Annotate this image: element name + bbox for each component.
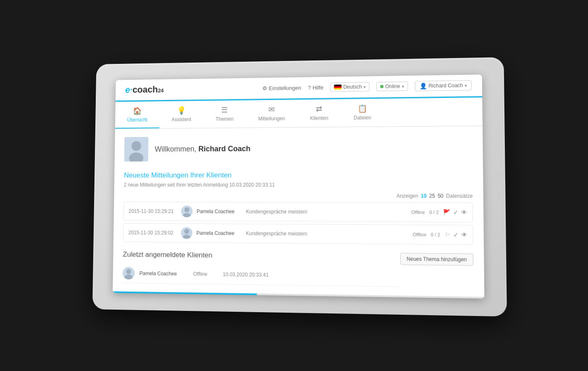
file-icon: 📋 xyxy=(358,104,367,113)
message-subject: Kundengespräche meistern xyxy=(246,208,407,215)
tab-ubersicht[interactable]: 🏠 Übersicht xyxy=(115,101,160,129)
welcome-greeting: Willkommen, xyxy=(155,145,198,153)
pagination-label: Anzeigen xyxy=(396,193,418,199)
main-content: Willkommen, Richard Coach Neueste Mittei… xyxy=(113,126,484,297)
device-frame: e·coach24 ⚙ Einstellungen ? Hilfe Deutsc… xyxy=(92,57,507,316)
themen-icon: ☰ xyxy=(221,105,228,114)
chevron-down-icon: ▾ xyxy=(364,84,366,89)
message-count: 0 / 2 xyxy=(431,232,440,237)
tab-assistent-label: Assistent xyxy=(171,116,191,122)
message-status: Offline xyxy=(411,209,425,214)
pagination-controls: Anzeigen 10 25 50 Datensätze xyxy=(123,192,472,199)
logo: e·coach24 xyxy=(125,84,164,95)
logo-e: e xyxy=(125,84,130,95)
mail-icon: ✉ xyxy=(268,105,275,114)
language-selector[interactable]: Deutsch ▾ xyxy=(330,82,370,92)
check-icon[interactable]: ✓ xyxy=(453,209,459,216)
pagination-10[interactable]: 10 xyxy=(421,193,427,199)
user-menu[interactable]: 👤 Richard Coach ▾ xyxy=(415,80,472,91)
message-timestamp: 2015-11-30 15:29:21 xyxy=(129,208,177,214)
user-icon: 👤 xyxy=(420,82,427,89)
tab-dateien-label: Dateien xyxy=(354,115,371,121)
logo-superscript: 24 xyxy=(158,87,164,94)
user-name-label: Richard Coach xyxy=(428,82,463,89)
client-status: Offline xyxy=(193,271,218,277)
tab-dateien[interactable]: 📋 Dateien xyxy=(341,98,384,126)
assistant-icon: 💡 xyxy=(177,106,186,115)
message-count: 0 / 2 xyxy=(429,210,438,215)
flag-de-icon xyxy=(334,84,341,89)
message-row: 2015-11-30 15:29:21 Pamela Coachee Kunde… xyxy=(123,202,473,222)
add-theme-button[interactable]: Neues Thema hinzufügen xyxy=(400,253,474,266)
eye-icon[interactable]: 👁 xyxy=(461,209,467,216)
eye-icon[interactable]: 👁 xyxy=(461,231,467,238)
message-subject: Kundengespräche meistern xyxy=(246,230,408,237)
online-dot-icon xyxy=(380,84,383,88)
message-avatar xyxy=(181,205,192,217)
help-nav-item[interactable]: ? Hilfe xyxy=(308,84,323,90)
message-actions: 🚩 ✓ 👁 xyxy=(443,209,467,216)
message-status: Offline xyxy=(413,232,427,237)
settings-label: Einstellungen xyxy=(269,84,301,91)
pagination-suffix: Datensätze xyxy=(446,193,473,199)
messages-section-subtitle: 2 neue Mitteilungen seit Ihrer letzten A… xyxy=(124,182,473,187)
message-timestamp: 2015-11-30 15:29:02 xyxy=(129,229,177,236)
language-label: Deutsch xyxy=(343,84,362,90)
client-avatar xyxy=(123,267,135,279)
message-sender-name: Pamela Coachee xyxy=(197,208,242,214)
client-last-login: 10.03.2020 20:33:41 xyxy=(223,271,268,278)
chevron-down-icon: ▾ xyxy=(402,84,404,88)
header-nav: ⚙ Einstellungen ? Hilfe Deutsch ▾ Online… xyxy=(262,80,472,93)
message-avatar xyxy=(181,227,192,239)
pagination-25[interactable]: 25 xyxy=(429,193,435,199)
welcome-text: Willkommen, Richard Coach xyxy=(155,144,250,153)
chevron-down-icon: ▾ xyxy=(465,83,467,87)
clients-section-title: Zuletzt angemeldete Klienten xyxy=(123,250,400,261)
message-sender-name: Pamela Coachee xyxy=(197,230,242,236)
flag-icon[interactable]: 🚩 xyxy=(443,209,451,216)
tab-themen-label: Themen xyxy=(215,116,234,122)
messages-section-title: Neueste Mitteilungen Ihrer Klienten xyxy=(124,171,472,179)
online-status[interactable]: Online ▾ xyxy=(376,82,408,91)
help-icon: ? xyxy=(308,84,311,90)
flag-icon[interactable]: 🏳 xyxy=(444,231,451,238)
tab-mitteilungen[interactable]: ✉ Mitteilungen xyxy=(246,100,297,127)
tab-themen[interactable]: ☰ Themen xyxy=(203,100,246,128)
message-row: 2015-11-30 15:29:02 Pamela Coachee Kunde… xyxy=(123,223,473,245)
tab-mitteilungen-label: Mitteilungen xyxy=(258,116,285,121)
pagination-50[interactable]: 50 xyxy=(438,193,444,199)
home-icon: 🏠 xyxy=(133,106,142,116)
nav-tabs: 🏠 Übersicht 💡 Assistent ☰ Themen ✉ Mitte… xyxy=(115,97,483,129)
tab-ubersicht-label: Übersicht xyxy=(127,117,147,123)
check-icon[interactable]: ✓ xyxy=(453,231,459,238)
welcome-name: Richard Coach xyxy=(198,144,250,153)
tab-klienten-label: Klienten xyxy=(310,115,328,121)
avatar xyxy=(124,137,149,161)
help-label: Hilfe xyxy=(312,84,323,90)
client-name: Pamela Coachee xyxy=(139,270,188,276)
klienten-icon: ⇄ xyxy=(316,104,323,113)
online-label: Online xyxy=(385,83,400,89)
tab-klienten[interactable]: ⇄ Klienten xyxy=(297,99,341,127)
message-actions: 🏳 ✓ 👁 xyxy=(444,231,467,238)
settings-nav-item[interactable]: ⚙ Einstellungen xyxy=(262,84,301,91)
gear-icon: ⚙ xyxy=(262,85,267,91)
logo-coach: coach xyxy=(132,84,158,95)
client-row: Pamela Coachee Offline 10.03.2020 20:33:… xyxy=(123,263,400,287)
welcome-section: Willkommen, Richard Coach xyxy=(124,134,472,161)
screen: e·coach24 ⚙ Einstellungen ? Hilfe Deutsc… xyxy=(113,74,484,298)
tab-assistent[interactable]: 💡 Assistent xyxy=(159,100,203,128)
